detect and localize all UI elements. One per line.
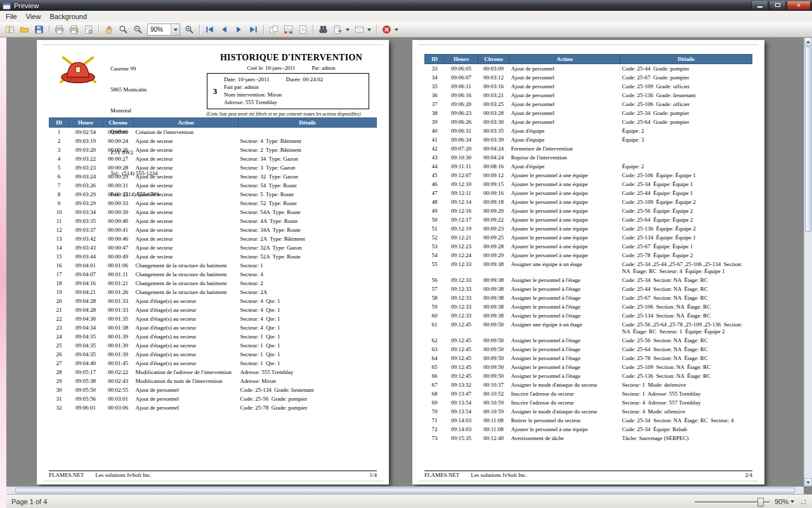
created-line: Créé le: 10-janv.-2011 Par: admin bbox=[197, 65, 386, 71]
close-preview-button[interactable] bbox=[380, 23, 400, 36]
table-row: 4209:07:2000:04:24Fermeture de l'interve… bbox=[425, 144, 752, 153]
zoom-slider[interactable] bbox=[695, 497, 769, 506]
table-row: 2109:04:2800:01:33Ajout d'étage(s) au se… bbox=[49, 305, 377, 314]
maximize-button[interactable] bbox=[769, 1, 786, 10]
horizontal-scrollbar[interactable] bbox=[6, 486, 804, 494]
table-row: 2309:04:3400:01:38Ajout d'étage(s) au se… bbox=[49, 323, 377, 332]
vertical-scroll-thumb[interactable] bbox=[805, 46, 811, 232]
table-row: 1709:04:0700:01:11Changement de la struc… bbox=[49, 270, 377, 279]
navprev-icon bbox=[219, 25, 229, 34]
history-table-page2: IDHeureChronoActionDétails3309:06:0500:0… bbox=[424, 54, 752, 443]
page-margin-line bbox=[43, 481, 383, 481]
table-row: 5409:12:2400:09:29Ajouter le personnel à… bbox=[425, 251, 752, 260]
search-button[interactable] bbox=[317, 23, 330, 36]
table-row: 3009:05:5000:02:55Ajout de personnelCode… bbox=[49, 385, 377, 394]
minimize-button[interactable] bbox=[751, 1, 768, 10]
menu-file[interactable]: File bbox=[1, 12, 22, 21]
table-row: 7009:13:5400:10:59Assigner le mode d'att… bbox=[425, 407, 752, 416]
report-page-1: Caserne 99 5865 Montcalm Montréal Québec… bbox=[37, 40, 389, 485]
last-page-button[interactable] bbox=[247, 23, 260, 36]
table-row: 4009:06:3100:03:35Ajout d'équipeÉquipe: … bbox=[425, 126, 752, 135]
quick-print-button[interactable] bbox=[67, 23, 81, 36]
column-header: ID bbox=[49, 118, 69, 128]
multiple-pages-button[interactable] bbox=[267, 23, 280, 36]
scroll-down-button[interactable] bbox=[804, 478, 812, 486]
combo-dropdown-button[interactable] bbox=[171, 24, 180, 35]
toolbar-separator bbox=[263, 25, 264, 35]
resize-grip[interactable] bbox=[799, 498, 807, 505]
page-margin-line bbox=[43, 44, 383, 45]
hand-tool-button[interactable] bbox=[102, 23, 115, 36]
first-page-button[interactable] bbox=[203, 23, 216, 36]
document-map-button[interactable] bbox=[3, 23, 16, 36]
save-button[interactable] bbox=[32, 23, 46, 36]
previous-page-button[interactable] bbox=[218, 23, 231, 36]
table-row: 209:03:1900:00:24Ajout de secteurSecteur… bbox=[49, 137, 377, 145]
folder-icon bbox=[20, 25, 29, 34]
table-row: 7109:14:0300:11:08Retirer le personnel d… bbox=[425, 416, 752, 425]
table-row: 3409:06:0700:03:12Ajout de personnelCode… bbox=[425, 73, 752, 82]
watermark-button[interactable]: A bbox=[296, 23, 310, 36]
column-header: Heure bbox=[445, 55, 478, 64]
chevron-down-icon bbox=[395, 29, 398, 31]
table-row: 3109:05:5600:03:01Ajout de personnelCode… bbox=[49, 394, 377, 403]
chevron-down-icon bbox=[174, 29, 178, 31]
docmap-icon bbox=[5, 25, 15, 34]
zoom-slider-thumb[interactable] bbox=[757, 498, 764, 507]
table-row: 5609:12:3300:09:38Assigner le personnel … bbox=[425, 276, 752, 284]
page-footer: FLAMES.NET Les solutions IvSoft Inc. 2/4 bbox=[424, 471, 752, 478]
table-row: 1909:04:2100:01:26Changement de la struc… bbox=[49, 288, 377, 297]
mag-icon bbox=[119, 25, 128, 34]
magnifier-button[interactable] bbox=[117, 23, 130, 36]
page-color-button[interactable] bbox=[282, 23, 295, 36]
table-row: 5009:12:1700:09:22Ajouter le personnel à… bbox=[425, 215, 752, 224]
footer-brand: FLAMES.NET bbox=[49, 472, 84, 478]
zoom-dropdown-icon[interactable] bbox=[790, 500, 794, 503]
footer-company: Les solutions IvSoft Inc. bbox=[471, 472, 527, 478]
menu-view[interactable]: View bbox=[22, 12, 46, 21]
print-icon bbox=[55, 25, 64, 34]
title-bar: Preview × bbox=[0, 0, 812, 11]
scroll-up-button[interactable] bbox=[804, 37, 812, 46]
open-button[interactable] bbox=[18, 23, 31, 36]
pagesetup-icon bbox=[84, 25, 93, 34]
table-row: 2009:04:2800:01:33Ajout d'étage(s) au se… bbox=[49, 297, 377, 305]
table-row: 6909:13:5400:10:59Inscrire l'adresse du … bbox=[425, 398, 752, 407]
vertical-scrollbar[interactable] bbox=[804, 37, 812, 486]
table-row: 6709:13:3200:10:37Assigner le mode d'att… bbox=[425, 380, 752, 389]
intervention-info-box: 3 Date: 10-janv.-2011 Durée: 00:24:02 Fa… bbox=[207, 73, 369, 109]
table-row: 6009:12:3300:09:38Assigner le personnel … bbox=[425, 311, 752, 320]
table-row: 309:03:2000:00:26Ajout de secteurSecteur… bbox=[49, 145, 377, 154]
table-row: 4409:11:1100:08:16Ajout d'équipeÉquipe: … bbox=[425, 162, 752, 171]
page-margin-line bbox=[419, 44, 758, 45]
horizontal-scroll-thumb[interactable] bbox=[15, 488, 795, 493]
table-row: 5909:12:3300:09:38Assigner le personnel … bbox=[425, 302, 752, 311]
toolbar-separator bbox=[199, 25, 200, 35]
column-header: Chrono bbox=[478, 55, 509, 64]
next-page-button[interactable] bbox=[232, 23, 246, 36]
table-row: 1009:03:3400:00:39Ajout de secteurSecteu… bbox=[49, 208, 377, 217]
closeicon-icon bbox=[382, 25, 391, 34]
print-button[interactable] bbox=[53, 23, 66, 36]
menu-background[interactable]: Background bbox=[45, 12, 91, 21]
zoom-combo[interactable]: 90% bbox=[147, 23, 180, 36]
table-row: 6109:12:4500:09:50Assigner une équipe à … bbox=[425, 320, 752, 336]
table-row: 7309:15:3500:12:40Avertissement de tâche… bbox=[425, 434, 752, 443]
info-name: Nom intervention: Miron bbox=[224, 91, 366, 98]
page-setup-button[interactable] bbox=[82, 23, 95, 36]
export-document-button[interactable] bbox=[331, 23, 351, 36]
close-button[interactable]: × bbox=[787, 1, 811, 10]
navnext-icon bbox=[234, 25, 244, 34]
send-email-button[interactable] bbox=[353, 23, 373, 36]
mail-icon bbox=[355, 25, 364, 34]
zoom-out-button[interactable] bbox=[131, 23, 145, 36]
table-row: 6609:12:4500:09:50Assigner le personnel … bbox=[425, 371, 752, 380]
table-row: 709:03:2600:00:31Ajout de secteurSecteur… bbox=[49, 181, 377, 190]
zoom-in-button[interactable] bbox=[183, 23, 196, 36]
table-row: 1809:04:1600:01:21Changement de la struc… bbox=[49, 279, 377, 288]
table-row: 1109:03:3500:00:40Ajout de secteurSecteu… bbox=[49, 217, 377, 225]
table-row: 4309:10:3000:04:24Reprise de l'intervent… bbox=[425, 153, 752, 162]
menu-bar: File View Background bbox=[0, 11, 812, 23]
column-header: Action bbox=[134, 118, 239, 128]
table-row: 5709:12:3300:09:38Assigner le personnel … bbox=[425, 284, 752, 293]
